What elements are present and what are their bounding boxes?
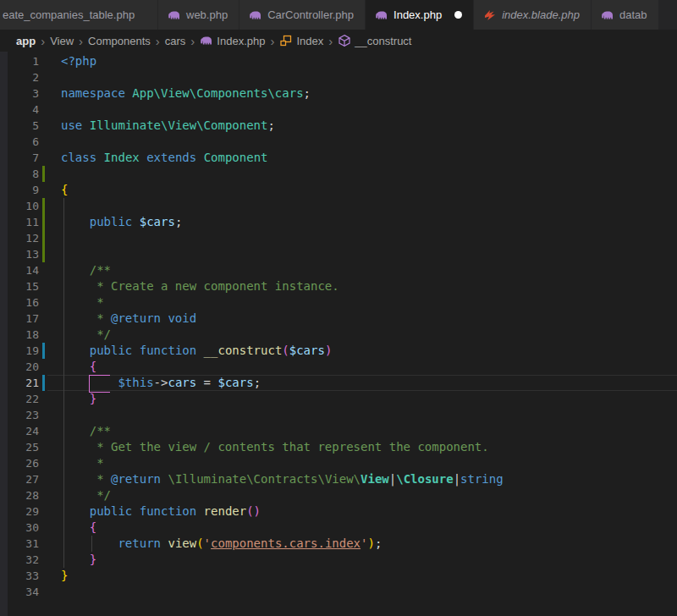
code-text: { [45, 520, 96, 536]
tab-label: index.blade.php [502, 8, 580, 21]
breadcrumb-item-Index.php[interactable]: Index.php [200, 34, 265, 47]
line-number: 14 [0, 262, 39, 278]
code-line[interactable]: 22 } [0, 391, 677, 407]
line-number: 7 [0, 150, 39, 166]
php-elephant-icon [601, 8, 614, 22]
editor-tab-datab[interactable]: datab [592, 0, 659, 30]
code-line[interactable]: 26 * [0, 455, 677, 471]
breadcrumb-label: app [16, 35, 36, 47]
breadcrumb-label: View [50, 35, 74, 47]
method-symbol-icon [338, 34, 351, 47]
editor-tab-CarController.php[interactable]: CarController.php [239, 0, 366, 30]
line-number: 27 [0, 471, 39, 487]
code-text: } [45, 568, 68, 584]
code-text: <?php [45, 53, 96, 69]
line-number: 16 [0, 294, 39, 311]
line-number: 17 [0, 311, 39, 327]
string-link[interactable]: components.cars.index [211, 536, 361, 550]
code-text: * [45, 455, 104, 471]
code-line[interactable]: 2 [0, 69, 677, 85]
code-text: namespace App\View\Components\cars; [45, 85, 311, 102]
editor-tab-index.blade.php[interactable]: index.blade.php [474, 0, 592, 30]
php-elephant-icon [375, 8, 388, 22]
code-line[interactable]: 11 public $cars; [0, 214, 677, 230]
code-line[interactable]: 1<?php [0, 53, 677, 69]
code-text: public function __construct($cars) [45, 343, 332, 359]
tab-label: web.php [186, 8, 228, 21]
code-line[interactable]: 24 /** [0, 423, 677, 439]
line-number: 29 [0, 503, 39, 520]
line-number: 15 [0, 278, 39, 294]
line-number: 23 [0, 407, 39, 423]
code-line[interactable]: 31 return view('components.cars.index'); [0, 536, 677, 552]
editor-tab-Index.php[interactable]: Index.php [366, 0, 474, 30]
code-line[interactable]: 30 { [0, 520, 677, 536]
breadcrumb-item-app[interactable]: app [16, 35, 36, 47]
code-text: } [45, 391, 96, 407]
code-text [45, 230, 61, 246]
breadcrumb-chevron-icon: › [328, 35, 333, 47]
code-text: public function render() [45, 503, 261, 520]
breadcrumb-item-__construct[interactable]: __construct [338, 34, 411, 47]
php-elephant-icon [249, 8, 262, 22]
php-elephant-icon [168, 8, 181, 22]
code-line[interactable]: 6 [0, 134, 677, 150]
code-line[interactable]: 10 [0, 198, 677, 214]
code-line[interactable]: 33} [0, 568, 677, 584]
breadcrumb-label: __construct [355, 35, 411, 47]
line-number: 11 [0, 214, 39, 230]
code-line[interactable]: 8 [0, 166, 677, 182]
breadcrumb-item-Index[interactable]: Index [279, 34, 323, 47]
code-line[interactable]: 18 */ [0, 327, 677, 343]
code-line[interactable]: 13 [0, 246, 677, 262]
code-line[interactable]: 3namespace App\View\Components\cars; [0, 85, 677, 102]
code-line[interactable]: 5use Illuminate\View\Component; [0, 118, 677, 134]
code-line[interactable]: 15 * Create a new component instance. [0, 278, 677, 294]
code-line[interactable]: 4 [0, 102, 677, 118]
breadcrumb-chevron-icon: › [79, 35, 83, 47]
line-number: 28 [0, 487, 39, 503]
code-line[interactable]: 7class Index extends Component [0, 150, 677, 166]
code-line[interactable]: 32 } [0, 552, 677, 568]
line-number: 5 [0, 118, 39, 134]
code-line[interactable]: 28 */ [0, 487, 677, 503]
code-line[interactable]: 20 { [0, 359, 677, 375]
code-text: /** [45, 423, 111, 439]
line-number: 25 [0, 439, 39, 455]
code-text: { [45, 182, 68, 198]
line-number: 8 [0, 166, 39, 182]
code-line[interactable]: 16 * [0, 294, 677, 311]
line-number: 10 [0, 198, 39, 214]
editor-tab-web.php[interactable]: web.php [158, 0, 239, 30]
code-line[interactable]: 21 $this->cars = $cars; [0, 375, 677, 391]
code-line[interactable]: 25 * Get the view / contents that repres… [0, 439, 677, 455]
line-number: 20 [0, 359, 39, 375]
code-line[interactable]: 29 public function render() [0, 503, 677, 520]
line-number: 24 [0, 423, 39, 439]
breadcrumb-item-cars[interactable]: cars [165, 35, 186, 47]
breadcrumb: app›View›Components›cars›Index.php›Index… [0, 30, 677, 52]
modified-indicator-icon[interactable] [454, 11, 462, 19]
code-text [45, 198, 61, 214]
code-text [45, 584, 61, 600]
code-text: { [45, 359, 96, 375]
code-line[interactable]: 27 * @return \Illuminate\Contracts\View\… [0, 471, 677, 487]
breadcrumb-chevron-icon: › [41, 35, 45, 47]
code-line[interactable]: 12 [0, 230, 677, 246]
breadcrumb-label: Index [296, 35, 323, 47]
code-line[interactable]: 17 * @return void [0, 311, 677, 327]
code-editor[interactable]: 1<?php23namespace App\View\Components\ca… [0, 52, 677, 616]
editor-tab-eate_companies_table.php[interactable]: eate_companies_table.php [0, 0, 158, 30]
breadcrumb-item-Components[interactable]: Components [88, 35, 151, 47]
code-line[interactable]: 19 public function __construct($cars) [0, 343, 677, 359]
code-line[interactable]: 34 [0, 584, 677, 600]
tab-label: datab [619, 8, 647, 21]
code-line[interactable]: 14 /** [0, 262, 677, 278]
code-line[interactable]: 9{ [0, 182, 677, 198]
breadcrumb-item-View[interactable]: View [50, 35, 74, 47]
line-number: 19 [0, 343, 39, 359]
breadcrumb-label: Components [88, 35, 151, 47]
line-number: 9 [0, 182, 39, 198]
line-number: 26 [0, 455, 39, 471]
code-line[interactable]: 23 [0, 407, 677, 423]
